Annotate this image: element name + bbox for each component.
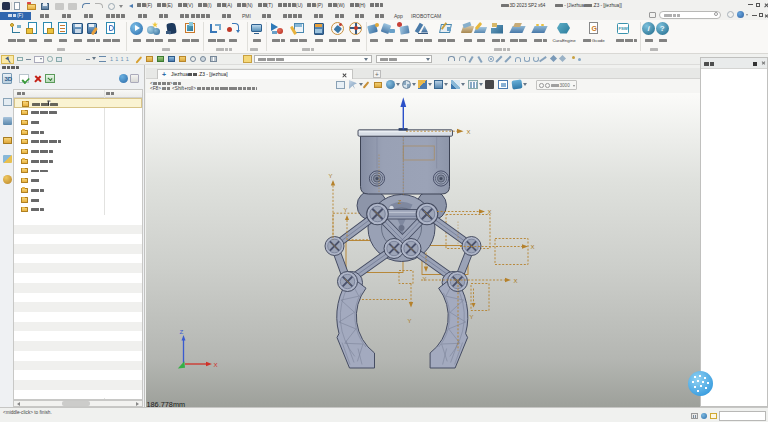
svg-text:186.778mm: 186.778mm — [147, 400, 186, 408]
svg-text:Y: Y — [423, 275, 427, 281]
svg-text:Y: Y — [344, 206, 348, 212]
svg-text:X: X — [467, 128, 471, 134]
svg-text:X: X — [488, 209, 492, 215]
svg-text:X: X — [214, 361, 218, 368]
svg-text:Y: Y — [408, 317, 412, 323]
svg-text:X: X — [531, 244, 535, 250]
svg-text:Y: Y — [329, 173, 333, 179]
svg-text:Y: Y — [470, 313, 474, 319]
svg-text:X: X — [514, 277, 518, 283]
svg-text:Z: Z — [180, 328, 184, 335]
